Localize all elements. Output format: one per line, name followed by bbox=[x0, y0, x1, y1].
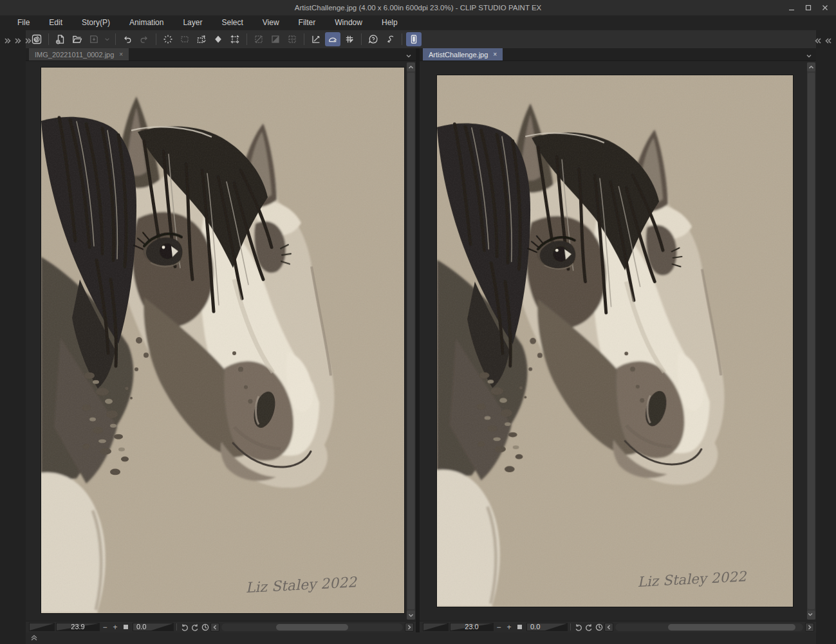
expand-dock-icon[interactable] bbox=[4, 35, 11, 42]
grid-effect-icon bbox=[287, 34, 297, 44]
toolbar-separator bbox=[304, 33, 304, 45]
window-title: ArtistChallenge.jpg (4.00 x 6.00in 600dp… bbox=[0, 0, 836, 15]
new-file-button[interactable] bbox=[53, 32, 68, 46]
redo-icon bbox=[139, 34, 149, 44]
companion-mode-icon bbox=[409, 34, 419, 44]
scrollbar-thumb[interactable] bbox=[276, 624, 349, 630]
menu-window[interactable]: Window bbox=[325, 15, 372, 30]
expand-dock-icon[interactable] bbox=[14, 35, 21, 42]
rotation-value: 0.0 bbox=[133, 623, 173, 630]
symmetry-button[interactable] bbox=[210, 32, 226, 46]
scrollbar-thumb[interactable] bbox=[668, 624, 796, 630]
scroll-up-icon[interactable] bbox=[807, 62, 815, 71]
tab-menu-caret-icon[interactable] bbox=[405, 51, 413, 59]
transform-icon bbox=[196, 34, 207, 44]
snap-to-grid-icon bbox=[344, 34, 355, 44]
reset-rotation-button[interactable] bbox=[200, 622, 210, 632]
scrollbar-thumb[interactable] bbox=[808, 73, 815, 609]
save-file-button[interactable] bbox=[86, 32, 102, 46]
menu-view[interactable]: View bbox=[253, 15, 289, 30]
menu-edit[interactable]: Edit bbox=[39, 15, 72, 30]
rotate-right-button[interactable] bbox=[190, 622, 200, 632]
zoom-out-button[interactable]: − bbox=[494, 622, 504, 632]
reselect-button[interactable] bbox=[177, 32, 192, 46]
menu-storyp[interactable]: Story(P) bbox=[72, 15, 120, 30]
scroll-left-button[interactable] bbox=[604, 623, 613, 632]
canvas-artwork[interactable] bbox=[437, 75, 793, 607]
fit-icon bbox=[517, 625, 522, 629]
rotate-right-button[interactable] bbox=[584, 622, 594, 632]
fit-to-screen-button[interactable] bbox=[120, 622, 131, 632]
toolbar-separator bbox=[115, 33, 116, 45]
crop-button[interactable] bbox=[227, 32, 243, 46]
expand-dock-icon[interactable] bbox=[24, 35, 32, 42]
zoom-value-box[interactable]: 23.9 bbox=[56, 623, 100, 631]
tab-img-20221011[interactable]: IMG_20221011_0002.jpg × bbox=[29, 48, 129, 60]
expand-dock-icon[interactable] bbox=[815, 35, 822, 42]
zoom-out-button[interactable]: − bbox=[100, 622, 110, 632]
tab-close-icon[interactable]: × bbox=[493, 51, 497, 58]
canvas-artwork[interactable] bbox=[41, 68, 404, 613]
menu-layer[interactable]: Layer bbox=[173, 15, 212, 30]
gesture-scroll-button[interactable] bbox=[382, 32, 398, 46]
close-button[interactable] bbox=[817, 1, 833, 15]
zoom-slider[interactable] bbox=[29, 623, 55, 631]
fit-to-screen-button[interactable] bbox=[514, 622, 525, 632]
scroll-up-icon[interactable] bbox=[407, 62, 415, 71]
how-to-use-button[interactable] bbox=[366, 32, 381, 46]
scrollbar-thumb[interactable] bbox=[407, 73, 414, 609]
menu-help[interactable]: Help bbox=[372, 15, 407, 30]
snap-to-ruler-button[interactable] bbox=[308, 32, 324, 46]
zoom-in-button[interactable]: + bbox=[504, 622, 514, 632]
grid-effect-button[interactable] bbox=[284, 32, 300, 46]
vertical-scrollbar[interactable] bbox=[807, 62, 815, 620]
open-file-button[interactable] bbox=[70, 32, 85, 46]
companion-mode-button[interactable] bbox=[406, 32, 422, 46]
toolbar-separator bbox=[156, 33, 156, 45]
scroll-right-button[interactable] bbox=[805, 623, 814, 632]
redo-button[interactable] bbox=[136, 32, 152, 46]
reset-rotation-button[interactable] bbox=[594, 622, 604, 632]
rotation-value-box[interactable]: 0.0 bbox=[526, 623, 568, 631]
menu-filter[interactable]: Filter bbox=[289, 15, 326, 30]
scroll-right-button[interactable] bbox=[405, 623, 414, 632]
scroll-down-icon[interactable] bbox=[807, 611, 815, 620]
tab-menu-caret-icon[interactable] bbox=[805, 51, 813, 59]
zoom-value-box[interactable]: 23.0 bbox=[450, 623, 494, 631]
save-menu-caret-button[interactable] bbox=[103, 32, 111, 46]
horizontal-scrollbar[interactable] bbox=[615, 623, 803, 631]
transform-button[interactable] bbox=[194, 32, 209, 46]
toolbar-separator bbox=[361, 33, 362, 45]
undo-button[interactable] bbox=[120, 32, 135, 46]
clear-selection-button[interactable] bbox=[160, 32, 176, 46]
save-menu-caret-icon bbox=[103, 34, 111, 44]
maximize-button[interactable] bbox=[800, 1, 817, 15]
tab-close-icon[interactable]: × bbox=[119, 51, 123, 58]
menu-file[interactable]: File bbox=[8, 15, 39, 30]
bottom-strip bbox=[26, 632, 816, 644]
clear-selection-icon bbox=[163, 34, 173, 44]
status-bar-right: 23.0 − + 0.0 bbox=[420, 621, 816, 632]
snap-to-grid-button[interactable] bbox=[342, 32, 357, 46]
zoom-slider[interactable] bbox=[423, 623, 449, 631]
toolbar-separator bbox=[48, 33, 49, 45]
expand-dock-icon[interactable] bbox=[825, 35, 832, 42]
expand-bottom-dock-icon[interactable] bbox=[30, 634, 39, 643]
menu-select[interactable]: Select bbox=[212, 15, 252, 30]
minimize-button[interactable] bbox=[783, 1, 800, 15]
rotate-left-button[interactable] bbox=[573, 622, 584, 632]
tab-artistchallenge[interactable]: ArtistChallenge.jpg × bbox=[423, 48, 503, 60]
snap-to-special-ruler-button[interactable] bbox=[325, 32, 340, 46]
zoom-in-button[interactable]: + bbox=[110, 622, 120, 632]
left-dock-rail bbox=[0, 30, 26, 644]
rotate-left-button[interactable] bbox=[180, 622, 190, 632]
vertical-scrollbar[interactable] bbox=[407, 62, 415, 620]
horizontal-scrollbar[interactable] bbox=[221, 623, 403, 631]
border-effect-button[interactable] bbox=[251, 32, 266, 46]
scroll-down-icon[interactable] bbox=[407, 611, 415, 620]
tone-effect-button[interactable] bbox=[268, 32, 283, 46]
rotation-value-box[interactable]: 0.0 bbox=[133, 623, 174, 631]
rotate-left-icon bbox=[180, 623, 189, 632]
menu-animation[interactable]: Animation bbox=[120, 15, 173, 30]
scroll-left-button[interactable] bbox=[210, 623, 219, 632]
